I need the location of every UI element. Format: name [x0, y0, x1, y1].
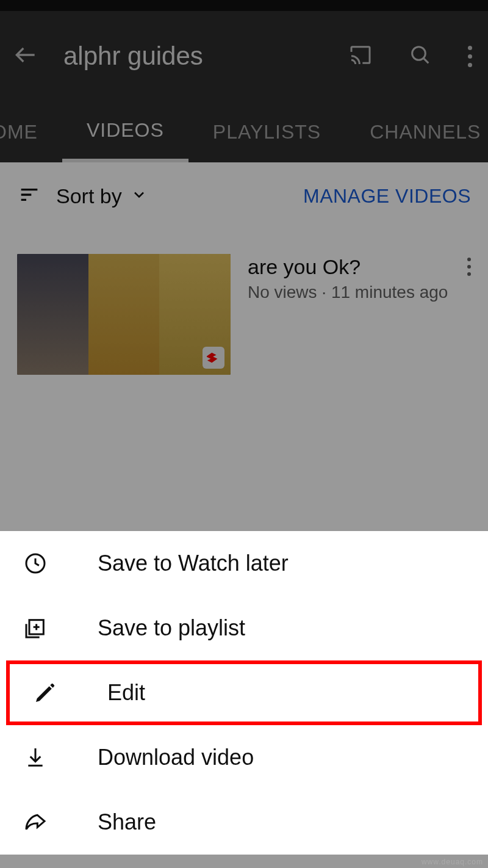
- watermark: www.deuaq.com: [422, 858, 483, 866]
- playlist-add-icon: [23, 616, 48, 640]
- download-icon: [23, 745, 48, 770]
- share-icon: [23, 810, 48, 834]
- pencil-icon: [33, 681, 57, 705]
- sheet-item-label: Share: [98, 809, 156, 835]
- sheet-item-label: Save to Watch later: [98, 551, 289, 576]
- clock-icon: [23, 551, 48, 576]
- sheet-item-share[interactable]: Share: [0, 790, 488, 855]
- sheet-item-watch-later[interactable]: Save to Watch later: [0, 531, 488, 596]
- sheet-item-label: Save to playlist: [98, 615, 245, 641]
- sheet-item-save-playlist[interactable]: Save to playlist: [0, 596, 488, 660]
- sheet-item-label: Edit: [107, 680, 145, 706]
- bottom-sheet: Save to Watch later Save to playlist Edi…: [0, 531, 488, 855]
- sheet-item-label: Download video: [98, 745, 254, 770]
- sheet-item-edit[interactable]: Edit: [6, 660, 482, 725]
- sheet-item-download[interactable]: Download video: [0, 725, 488, 790]
